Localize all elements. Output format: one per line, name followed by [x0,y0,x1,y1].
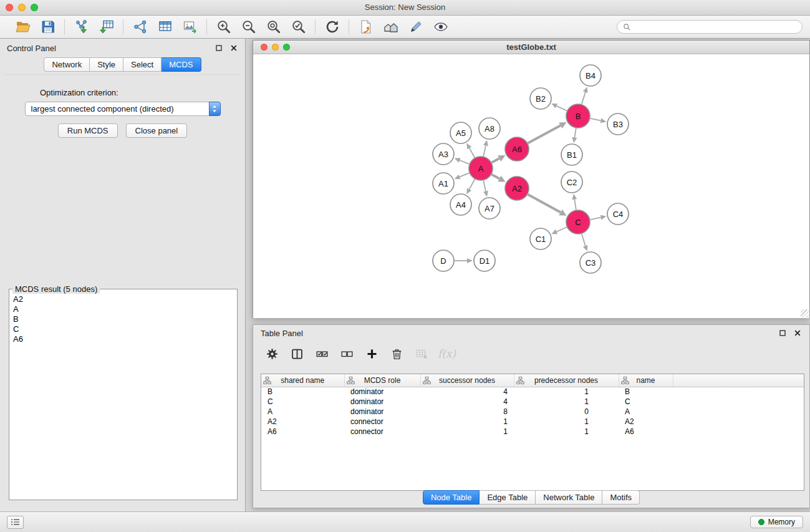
edge-C-C2[interactable] [574,200,576,210]
cell-predecessor-nodes[interactable]: 1 [514,417,619,427]
cell-successor-nodes[interactable]: 4 [420,387,514,397]
share-network-button[interactable] [132,19,148,36]
node-B2[interactable]: B2 [530,88,551,109]
control-tab-style[interactable]: Style [90,57,123,72]
zoom-fit-button[interactable] [265,19,282,36]
edge-B-B4[interactable] [582,92,586,104]
float-panel-icon[interactable] [215,44,223,52]
minimize-window-button[interactable] [18,4,26,11]
table-tab-network-table[interactable]: Network Table [536,490,602,505]
column-header-predecessor-nodes[interactable]: predecessor nodes [514,374,619,387]
cell-name[interactable]: C [619,397,673,407]
cell-name[interactable]: A2 [619,417,673,427]
node-A3[interactable]: A3 [433,143,454,165]
cell-successor-nodes[interactable]: 1 [420,427,514,437]
close-panel-button[interactable]: Close panel [126,123,188,138]
resize-gripper[interactable] [801,309,809,317]
edge-A-A2[interactable] [492,175,499,179]
cell-MCDS-role[interactable]: connector [344,427,420,437]
control-tab-select[interactable]: Select [123,57,162,72]
column-header-successor-nodes[interactable]: successor nodes [420,374,514,387]
mcds-result-item[interactable]: B [13,314,237,324]
import-table-button[interactable] [98,19,115,36]
table-row[interactable]: Bdominator41B [261,387,804,397]
import-network-button[interactable] [73,19,90,36]
cell-shared-name[interactable]: A6 [261,427,344,437]
edge-A-A5[interactable] [470,148,475,157]
cell-name[interactable]: A6 [619,427,673,437]
cell-successor-nodes[interactable]: 4 [420,397,514,407]
node-A8[interactable]: A8 [479,118,500,139]
run-mcds-button[interactable]: Run MCDS [58,123,118,138]
task-history-button[interactable] [7,516,24,529]
edge-B-B2[interactable] [556,106,567,111]
table-tab-edge-table[interactable]: Edge Table [480,490,536,505]
cell-successor-nodes[interactable]: 8 [420,407,514,417]
node-C3[interactable]: C3 [580,252,601,273]
edge-A-A7[interactable] [483,181,486,191]
cell-predecessor-nodes[interactable]: 1 [514,387,619,397]
node-D1[interactable]: D1 [474,250,495,271]
table-row[interactable]: Cdominator41C [261,397,804,407]
close-control-panel-icon[interactable] [229,44,238,52]
table-row[interactable]: A6connector11A6 [261,427,804,437]
home-button[interactable] [382,19,399,36]
node-A5[interactable]: A5 [450,122,471,143]
delete-button[interactable] [389,346,405,362]
node-B[interactable]: B [566,104,590,128]
zoom-selected-button[interactable] [290,19,307,36]
search-box[interactable] [617,20,803,34]
settings-button[interactable] [264,346,280,362]
export-document-button[interactable] [357,19,374,36]
style-brush-button[interactable] [407,19,424,36]
node-C4[interactable]: C4 [607,203,629,225]
close-table-panel-icon[interactable] [793,329,802,337]
table-tab-motifs[interactable]: Motifs [602,490,640,505]
cell-shared-name[interactable]: B [261,387,344,397]
cell-successor-nodes[interactable]: 1 [420,417,514,427]
mcds-result-item[interactable]: A [13,304,237,314]
mcds-result-item[interactable]: A6 [13,334,237,344]
edge-A2-C[interactable] [528,195,561,213]
zoom-window-button[interactable] [31,4,38,11]
select-all-button[interactable] [314,346,330,362]
edge-A-A4[interactable] [470,180,475,190]
network-graph[interactable]: B4B2BB3A5A8A6B1A3AC2A1A2A4A7C4CC1C3DD1 [253,54,809,318]
edge-A-A1[interactable] [460,173,469,177]
function-button[interactable]: f(x) [439,346,455,362]
cell-predecessor-nodes[interactable]: 1 [514,427,619,437]
zoom-out-button[interactable] [240,19,257,36]
node-C[interactable]: C [566,210,590,234]
edge-C-C1[interactable] [557,227,567,231]
edge-B-B3[interactable] [591,118,601,120]
edge-A6-B[interactable] [528,125,561,143]
cell-name[interactable]: A [619,407,673,417]
cell-name[interactable]: B [619,387,673,397]
cell-MCDS-role[interactable]: dominator [344,407,420,417]
add-button[interactable] [364,346,380,362]
table-row[interactable]: A2connector11A2 [261,417,804,427]
table-row[interactable]: Adominator80A [261,407,804,417]
control-tab-network[interactable]: Network [44,57,90,72]
apply-layout-button[interactable] [324,19,340,36]
network-canvas[interactable]: B4B2BB3A5A8A6B1A3AC2A1A2A4A7C4CC1C3DD1 [253,54,809,318]
node-B3[interactable]: B3 [607,114,629,135]
node-A[interactable]: A [469,157,493,180]
network-window-titlebar[interactable]: testGlobe.txt [253,41,809,54]
mcds-result-item[interactable]: A2 [13,294,237,304]
close-window-button[interactable] [6,4,13,11]
mcds-result-item[interactable]: C [13,324,237,334]
node-B4[interactable]: B4 [580,65,601,86]
save-session-button[interactable] [39,19,56,36]
node-A6[interactable]: A6 [505,137,529,161]
node-A4[interactable]: A4 [450,194,471,215]
delete-table-button[interactable] [414,346,430,362]
column-header-MCDS-role[interactable]: MCDS role [344,374,420,387]
cell-MCDS-role[interactable]: dominator [344,397,420,407]
network-window-minimize-button[interactable] [272,44,279,51]
node-A1[interactable]: A1 [433,173,454,194]
node-B1[interactable]: B1 [561,144,582,165]
cell-predecessor-nodes[interactable]: 0 [514,407,619,417]
memory-button[interactable]: Memory [750,516,803,528]
open-file-button[interactable] [14,19,31,36]
